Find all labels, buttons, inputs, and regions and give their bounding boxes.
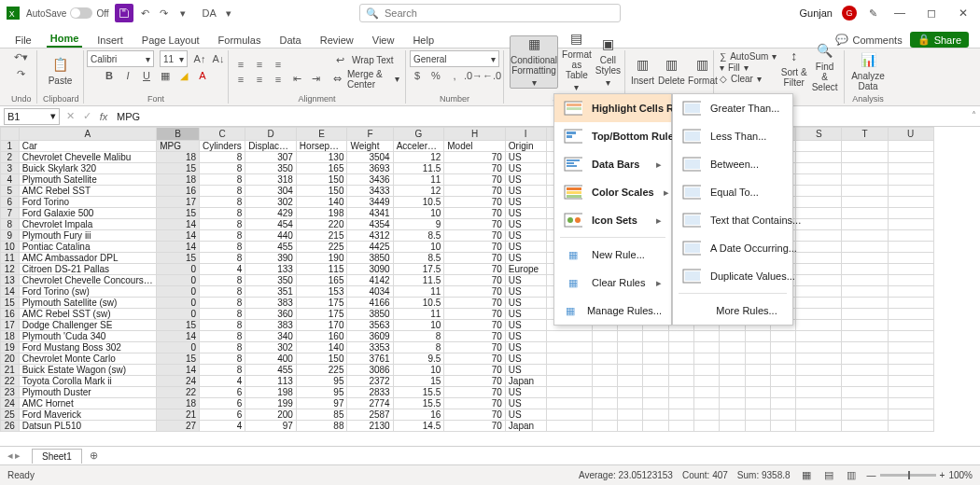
row-header[interactable]: 5 <box>1 186 20 197</box>
cell[interactable]: 8 <box>200 197 245 208</box>
tab-data[interactable]: Data <box>275 33 304 48</box>
cell[interactable]: 3693 <box>347 163 393 174</box>
cell[interactable] <box>693 353 719 365</box>
cell[interactable]: 200 <box>245 409 297 421</box>
cell[interactable] <box>592 387 617 398</box>
cell[interactable]: 3563 <box>347 320 393 331</box>
cell[interactable] <box>888 186 933 197</box>
cell[interactable]: 15 <box>157 253 200 264</box>
cell[interactable]: 12 <box>393 152 444 163</box>
menu-item[interactable]: Equal To... <box>673 178 792 206</box>
cell[interactable]: 12 <box>393 186 444 197</box>
cell[interactable]: 2587 <box>347 409 393 421</box>
cell[interactable]: Weight <box>347 141 393 152</box>
view-normal-icon[interactable]: ▦ <box>800 469 813 482</box>
cell[interactable] <box>842 409 888 421</box>
cell[interactable]: 14 <box>157 242 200 253</box>
cell[interactable]: 70 <box>444 253 506 264</box>
cell[interactable]: US <box>505 230 546 242</box>
format-as-table-button[interactable]: ▤ Format as Table ▾ <box>562 31 592 92</box>
cell[interactable]: AMC Hornet <box>19 398 157 409</box>
row-header[interactable]: 14 <box>1 286 20 298</box>
cell[interactable]: 10.5 <box>393 298 444 309</box>
cell[interactable]: 8 <box>200 174 245 186</box>
menu-item[interactable]: Duplicate Values... <box>673 262 792 290</box>
cell[interactable]: 0 <box>157 264 200 275</box>
row-header[interactable]: 23 <box>1 387 20 398</box>
cell[interactable]: 70 <box>444 353 506 365</box>
cell[interactable]: 0 <box>157 342 200 353</box>
cell[interactable] <box>745 409 770 421</box>
cell[interactable]: 15.5 <box>393 387 444 398</box>
cell[interactable]: Plymouth 'Cuda 340 <box>19 331 157 342</box>
cell[interactable]: 4 <box>200 421 245 432</box>
cell[interactable]: 198 <box>245 387 297 398</box>
cell[interactable] <box>643 365 668 376</box>
cell[interactable] <box>796 219 842 230</box>
view-layout-icon[interactable]: ▤ <box>822 469 835 482</box>
cell[interactable] <box>888 376 933 387</box>
cell[interactable]: 14 <box>157 365 200 376</box>
cell[interactable] <box>888 387 933 398</box>
cell[interactable]: 0 <box>157 275 200 286</box>
cell[interactable]: 383 <box>245 298 297 309</box>
cell[interactable]: 8 <box>200 342 245 353</box>
cell[interactable]: Toyota Corolla Mark ii <box>19 376 157 387</box>
cell[interactable] <box>842 208 888 219</box>
cell[interactable]: 70 <box>444 398 506 409</box>
cell[interactable] <box>796 353 842 365</box>
cell[interactable]: Car <box>19 141 157 152</box>
row-header[interactable]: 17 <box>1 320 20 331</box>
cell[interactable]: 175 <box>296 298 347 309</box>
cell[interactable]: Model <box>444 141 506 152</box>
undo-icon[interactable]: ↶▾ <box>15 50 28 63</box>
cell[interactable]: 4354 <box>347 219 393 230</box>
redo-icon[interactable]: ↷ <box>158 7 171 20</box>
cell[interactable]: 170 <box>296 320 347 331</box>
cell[interactable] <box>693 421 719 432</box>
cell[interactable]: 70 <box>444 309 506 320</box>
border-icon[interactable]: ▦ <box>159 69 172 82</box>
doc-dropdown-icon[interactable]: ▾ <box>222 7 235 20</box>
cell[interactable]: Chevrolet Chevelle Concours (sw) <box>19 275 157 286</box>
cell[interactable]: 70 <box>444 152 506 163</box>
cell[interactable] <box>618 331 643 342</box>
cell[interactable] <box>720 365 745 376</box>
cell[interactable]: 150 <box>296 186 347 197</box>
align-bottom-icon[interactable]: ≡ <box>272 58 285 71</box>
cell[interactable]: 8.5 <box>393 230 444 242</box>
cell[interactable] <box>888 174 933 186</box>
cell[interactable] <box>842 141 888 152</box>
cell[interactable]: Acceleration <box>393 141 444 152</box>
cell[interactable]: 130 <box>296 152 347 163</box>
cell[interactable]: 8 <box>200 320 245 331</box>
cell[interactable] <box>888 365 933 376</box>
cell[interactable]: 3086 <box>347 365 393 376</box>
column-header[interactable] <box>1 128 20 141</box>
row-header[interactable]: 6 <box>1 197 20 208</box>
cell[interactable]: 15 <box>157 320 200 331</box>
cell[interactable] <box>888 331 933 342</box>
cell[interactable] <box>796 376 842 387</box>
row-header[interactable]: 16 <box>1 309 20 320</box>
cell[interactable]: 440 <box>245 230 297 242</box>
cell[interactable] <box>745 353 770 365</box>
cell[interactable]: US <box>505 253 546 264</box>
cell[interactable]: Chevrolet Chevelle Malibu <box>19 152 157 163</box>
cell[interactable] <box>796 264 842 275</box>
cell[interactable] <box>796 421 842 432</box>
cell[interactable]: 70 <box>444 230 506 242</box>
font-name-select[interactable]: Calibri▾ <box>87 50 154 67</box>
cell[interactable] <box>745 331 770 342</box>
cell[interactable]: 70 <box>444 197 506 208</box>
cell[interactable]: 16 <box>393 409 444 421</box>
cell[interactable]: US <box>505 286 546 298</box>
cell[interactable]: 8 <box>393 342 444 353</box>
cell[interactable] <box>592 398 617 409</box>
row-header[interactable]: 20 <box>1 353 20 365</box>
cell[interactable]: 225 <box>296 365 347 376</box>
menu-item[interactable]: Color Scales▸ <box>554 178 671 206</box>
cell[interactable] <box>888 286 933 298</box>
pen-icon[interactable]: ✎ <box>866 7 879 20</box>
qat-dropdown-icon[interactable]: ▾ <box>176 7 189 20</box>
